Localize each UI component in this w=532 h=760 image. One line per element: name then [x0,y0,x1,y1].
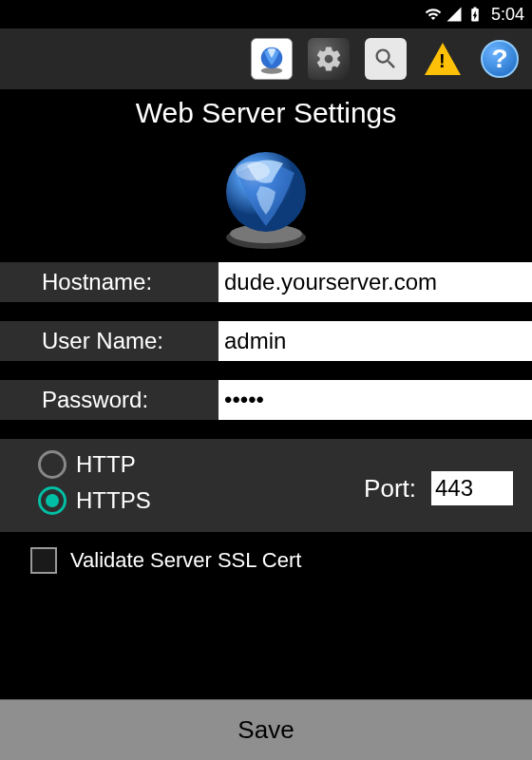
globe-large-icon [209,139,323,253]
password-label: Password: [0,380,218,420]
globe-icon [255,42,289,76]
settings-content: Web Server Settings Hostname: User Name:… [0,89,532,593]
username-label: User Name: [0,321,218,361]
checkbox-box-icon [30,547,57,574]
port-input[interactable] [431,471,513,505]
protocol-radio-group: HTTP HTTPS [38,450,364,522]
warning-icon [425,43,461,75]
help-icon: ? [481,40,519,78]
gear-icon [314,45,343,73]
hostname-input[interactable] [218,262,532,302]
magnifier-icon [372,46,399,72]
radio-http-circle [38,450,66,479]
password-input[interactable] [218,380,532,420]
password-row: Password: [0,380,532,420]
username-input[interactable] [218,321,532,361]
tab-warning-icon[interactable] [422,38,464,80]
radio-https-label: HTTPS [76,487,151,514]
svg-point-5 [236,162,270,180]
save-button[interactable]: Save [0,699,532,760]
tab-search-icon[interactable] [365,38,407,80]
battery-charging-icon [466,6,484,23]
radio-https-circle [38,486,66,515]
port-block: Port: [364,471,513,505]
validate-ssl-label: Validate Server SSL Cert [70,548,301,573]
port-label: Port: [364,474,416,504]
validate-ssl-checkbox[interactable]: Validate Server SSL Cert [0,532,532,593]
tab-server-icon[interactable] [251,38,293,80]
hostname-row: Hostname: [0,262,532,302]
action-bar: ? [0,28,532,89]
radio-http-label: HTTP [76,451,136,478]
username-row: User Name: [0,321,532,361]
hostname-label: Hostname: [0,262,218,302]
signal-icon [446,6,463,23]
tab-help-icon[interactable]: ? [479,38,521,80]
protocol-section: HTTP HTTPS Port: [0,439,532,532]
hero-globe [0,133,532,262]
page-title: Web Server Settings [0,89,532,133]
radio-http[interactable]: HTTP [38,450,364,479]
android-status-bar: 5:04 [0,0,532,28]
radio-https[interactable]: HTTPS [38,486,364,515]
status-time: 5:04 [491,5,524,25]
wifi-icon [425,6,442,23]
tab-settings-icon[interactable] [308,38,350,80]
